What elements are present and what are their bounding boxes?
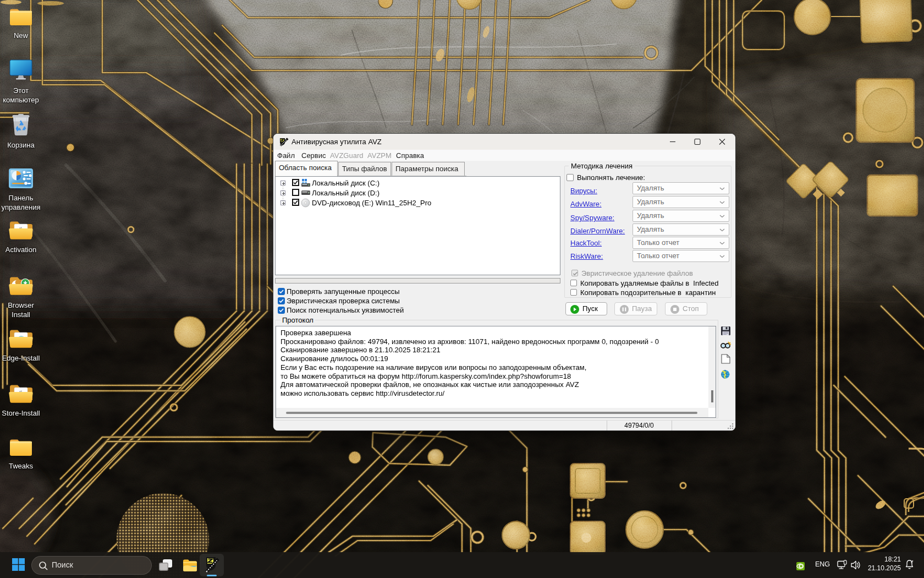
svg-text:z: z [912,559,914,563]
